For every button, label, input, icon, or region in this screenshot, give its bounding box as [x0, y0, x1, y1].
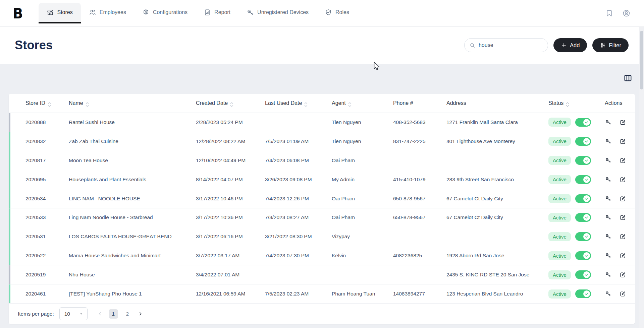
status-badge: Active [548, 194, 571, 203]
vertical-scrollbar[interactable] [639, 27, 644, 328]
column-label: Last Used Date [265, 100, 302, 106]
edit-action-button[interactable] [620, 138, 626, 145]
key-action-button[interactable] [605, 176, 611, 183]
column-label: Status [548, 100, 564, 106]
status-toggle[interactable] [575, 232, 591, 241]
key-action-button[interactable] [605, 290, 611, 297]
status-badge: Active [548, 175, 571, 184]
table-row: 2020695Houseplants and Plant Essentials8… [9, 170, 635, 189]
page-number-1[interactable]: 1 [109, 309, 118, 319]
cell-status: Active [548, 194, 605, 203]
tab-label: Employees [100, 9, 126, 15]
key-action-button[interactable] [605, 195, 611, 202]
navbar-right [605, 9, 631, 17]
header-actions: Add Filter [464, 38, 629, 52]
sort-icon[interactable] [48, 100, 51, 107]
table-row: 2020461[TEST] YunShang Pho House 112/16/… [9, 284, 635, 303]
status-toggle[interactable] [575, 270, 591, 279]
cell-address: 283 9th Street San Francisco [446, 177, 548, 183]
tab-employees[interactable]: Employees [81, 3, 134, 22]
cell-store-name: Ling Nam Noodle House - Starbread [69, 214, 196, 220]
cell-store-name: Moon Tea House [69, 157, 196, 163]
cell-created-date: 12/16/2021 06:59 AM [196, 291, 265, 297]
key-action-button[interactable] [605, 271, 611, 278]
status-badge: Active [548, 251, 571, 260]
row-stripe [9, 132, 10, 151]
sort-icon[interactable] [566, 100, 569, 107]
account-icon[interactable] [622, 9, 631, 17]
cell-created-date: 3/4/2022 07:01 AM [196, 272, 265, 278]
key-action-button[interactable] [605, 233, 611, 240]
cell-phone: 650-878-9567 [393, 196, 446, 202]
column-header-name[interactable]: Name [69, 100, 196, 107]
tab-configurations[interactable]: Configurations [134, 3, 196, 22]
scrollbar-thumb[interactable] [640, 31, 643, 89]
next-page-icon[interactable] [138, 311, 143, 317]
top-navbar: B StoresEmployeesConfigurationsReportUnr… [0, 0, 644, 27]
add-button[interactable]: Add [553, 38, 587, 52]
status-toggle[interactable] [575, 251, 591, 260]
edit-action-button[interactable] [620, 157, 626, 164]
cell-agent: Pham Hoang Tuan [332, 291, 393, 297]
search-input[interactable] [479, 42, 543, 48]
status-toggle[interactable] [575, 137, 591, 146]
key-action-button[interactable] [605, 214, 611, 221]
filter-button[interactable]: Filter [592, 38, 629, 52]
sort-icon[interactable] [304, 100, 308, 107]
cell-created-date: 3/17/2022 10:46 PM [196, 196, 265, 202]
status-toggle[interactable] [575, 289, 591, 298]
status-toggle[interactable] [575, 213, 591, 222]
column-header-last-used-date[interactable]: Last Used Date [265, 100, 332, 107]
edit-action-button[interactable] [620, 290, 626, 297]
edit-action-button[interactable] [620, 176, 626, 183]
status-toggle[interactable] [575, 156, 591, 165]
table-row: 2020519Nhu House3/4/2022 07:01 AM2435 S.… [9, 265, 635, 284]
row-stripe [9, 246, 10, 265]
cell-status: Active [548, 270, 605, 279]
edit-action-button[interactable] [620, 271, 626, 278]
bookmark-icon[interactable] [605, 9, 613, 17]
column-header-agent[interactable]: Agent [332, 100, 393, 107]
edit-action-button[interactable] [620, 119, 626, 126]
status-toggle[interactable] [575, 118, 591, 127]
tab-label: Stores [57, 9, 73, 15]
cell-agent: My Admin [332, 177, 393, 183]
column-header-store-id[interactable]: Store ID [25, 100, 69, 107]
plus-icon [561, 42, 567, 48]
sort-icon[interactable] [230, 100, 233, 107]
cell-created-date: 3/17/2022 06:16 PM [196, 234, 265, 240]
page-number-2[interactable]: 2 [123, 309, 132, 319]
tab-unregistered-devices[interactable]: Unregistered Devices [238, 3, 317, 22]
edit-action-button[interactable] [620, 252, 626, 259]
column-header-phone-: Phone # [393, 100, 446, 106]
column-header-created-date[interactable]: Created Date [196, 100, 265, 107]
column-header-status[interactable]: Status [548, 100, 605, 107]
tab-report[interactable]: Report [196, 3, 238, 22]
key-action-button[interactable] [605, 157, 611, 164]
row-stripe [9, 227, 10, 246]
toggle-check-icon [583, 271, 590, 278]
cell-store-name: Rantei Sushi House [69, 119, 196, 125]
search-box[interactable] [464, 38, 548, 52]
edit-action-button[interactable] [620, 195, 626, 202]
key-action-button[interactable] [605, 119, 611, 126]
caret-down-icon [79, 312, 83, 316]
sort-icon[interactable] [348, 100, 352, 107]
edit-action-button[interactable] [620, 233, 626, 240]
cell-agent: Kelvin [332, 253, 393, 259]
key-action-button[interactable] [605, 138, 611, 145]
row-stripe [9, 151, 10, 170]
row-stripe [9, 189, 10, 208]
tab-roles[interactable]: Roles [317, 3, 357, 22]
status-badge: Active [548, 213, 571, 222]
edit-action-button[interactable] [620, 214, 626, 221]
status-toggle[interactable] [575, 194, 591, 203]
status-toggle[interactable] [575, 175, 591, 184]
column-settings-icon[interactable] [623, 73, 633, 83]
brand-logo[interactable]: B [13, 5, 22, 21]
key-action-button[interactable] [605, 252, 611, 259]
sort-icon[interactable] [86, 100, 89, 107]
cell-phone: 650-878-9567 [393, 214, 446, 220]
tab-stores[interactable]: Stores [39, 3, 81, 23]
items-per-page-select[interactable]: 10 [59, 307, 88, 320]
